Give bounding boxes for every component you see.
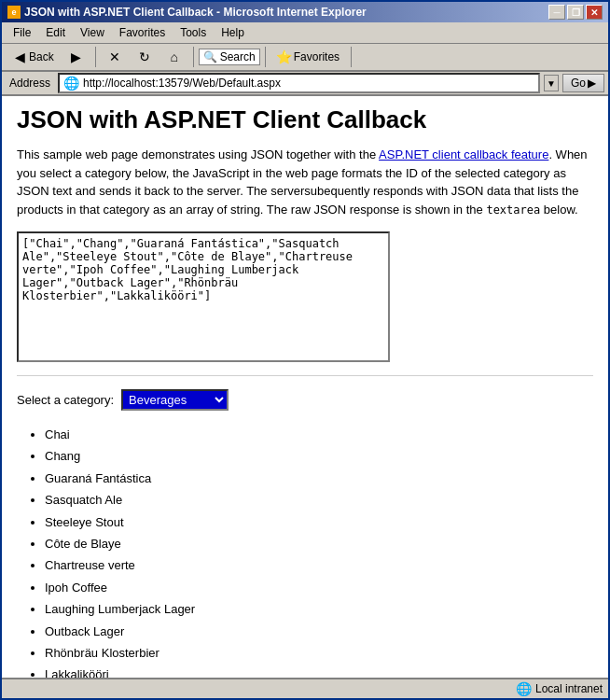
toolbar: ◀ Back ▶ ✕ ↻ ⌂ 🔍 Search ⭐ Favorites — [2, 44, 608, 72]
product-item: Guaraná Fantástica — [45, 468, 593, 489]
title-buttons: ─ ❐ ✕ — [548, 5, 603, 20]
menu-help[interactable]: Help — [214, 24, 252, 41]
product-item: Steeleye Stout — [45, 511, 593, 533]
stop-button[interactable]: ✕ — [101, 47, 129, 67]
description-paragraph: This sample web page demonstrates using … — [17, 146, 593, 218]
title-bar: e JSON with ASP.NET Client Callback - Mi… — [2, 2, 608, 22]
search-button-group[interactable]: 🔍 Search — [199, 49, 260, 65]
product-item: Côte de Blaye — [45, 533, 593, 554]
textarea-code-label: textarea — [486, 203, 540, 217]
stop-icon: ✕ — [107, 49, 122, 64]
toolbar-sep-3 — [265, 47, 266, 67]
restore-button[interactable]: ❐ — [567, 5, 584, 20]
address-text: http://localhost:13579/Web/Default.aspx — [83, 77, 281, 90]
forward-icon: ▶ — [69, 49, 84, 64]
address-label: Address — [6, 77, 54, 90]
product-item: Outback Lager — [45, 621, 593, 642]
go-label: Go — [571, 77, 586, 90]
refresh-icon: ↻ — [137, 49, 152, 64]
toolbar-sep-1 — [95, 47, 96, 67]
title-bar-left: e JSON with ASP.NET Client Callback - Mi… — [7, 6, 367, 19]
close-button[interactable]: ✕ — [586, 5, 603, 20]
product-item: Chartreuse verte — [45, 554, 593, 576]
desc-part3: below. — [540, 203, 577, 217]
refresh-button[interactable]: ↻ — [131, 47, 159, 67]
status-right: 🌐 Local intranet — [516, 681, 603, 696]
product-item: Rhönbräu Klosterbier — [45, 642, 593, 664]
product-item: Lakkalikööri — [45, 664, 593, 678]
address-globe-icon: 🌐 — [63, 76, 79, 91]
desc-part1: This sample web page demonstrates using … — [17, 147, 379, 161]
search-icon: 🔍 — [203, 50, 217, 63]
product-item: Chang — [45, 445, 593, 467]
menu-edit[interactable]: Edit — [38, 24, 73, 41]
favorites-button[interactable]: ⭐ Favorites — [270, 47, 346, 67]
go-arrow-icon: ▶ — [588, 77, 596, 90]
content-area[interactable]: JSON with ASP.NET Client Callback This s… — [2, 96, 608, 678]
category-row: Select a category: Beverages Condiments … — [17, 389, 593, 411]
address-bar: Address 🌐 http://localhost:13579/Web/Def… — [2, 72, 608, 96]
ie-icon: e — [7, 6, 21, 19]
status-bar: 🌐 Local intranet — [2, 678, 608, 698]
window-frame: e JSON with ASP.NET Client Callback - Mi… — [0, 0, 610, 700]
search-label: Search — [220, 50, 256, 63]
menu-file[interactable]: File — [6, 24, 38, 41]
category-label: Select a category: — [17, 393, 114, 407]
product-item: Ipoh Coffee — [45, 577, 593, 598]
aspnet-link[interactable]: ASP.NET client callback feature — [379, 147, 548, 161]
status-text: Local intranet — [535, 682, 603, 695]
home-button[interactable]: ⌂ — [160, 47, 188, 67]
product-item: Chai — [45, 424, 593, 445]
forward-button[interactable]: ▶ — [62, 47, 90, 67]
intranet-icon: 🌐 — [516, 681, 532, 696]
menu-view[interactable]: View — [73, 24, 112, 41]
window-title: JSON with ASP.NET Client Callback - Micr… — [24, 6, 367, 19]
menu-tools[interactable]: Tools — [173, 24, 214, 41]
json-textarea[interactable]: ["Chai","Chang","Guaraná Fantástica","Sa… — [17, 231, 390, 362]
menu-favorites[interactable]: Favorites — [112, 24, 173, 41]
content-wrapper: JSON with ASP.NET Client Callback This s… — [2, 96, 608, 678]
minimize-button[interactable]: ─ — [548, 5, 565, 20]
home-icon: ⌂ — [167, 49, 182, 64]
back-icon: ◀ — [12, 49, 27, 64]
back-button[interactable]: ◀ Back — [6, 47, 61, 67]
favorites-icon: ⭐ — [277, 49, 292, 64]
category-select[interactable]: Beverages Condiments Confections Dairy P… — [121, 389, 229, 411]
back-label: Back — [29, 50, 54, 63]
toolbar-sep-4 — [351, 47, 352, 67]
product-list: ChaiChangGuaraná FantásticaSasquatch Ale… — [17, 424, 593, 678]
address-input-wrapper[interactable]: 🌐 http://localhost:13579/Web/Default.asp… — [58, 73, 540, 93]
toolbar-sep-2 — [193, 47, 194, 67]
address-dropdown[interactable]: ▼ — [544, 75, 559, 91]
product-item: Sasquatch Ale — [45, 489, 593, 511]
product-item: Laughing Lumberjack Lager — [45, 598, 593, 620]
favorites-label: Favorites — [294, 50, 340, 63]
menu-bar: File Edit View Favorites Tools Help — [2, 22, 608, 44]
divider — [17, 375, 593, 376]
page-heading: JSON with ASP.NET Client Callback — [17, 105, 593, 134]
go-button[interactable]: Go ▶ — [562, 74, 604, 92]
